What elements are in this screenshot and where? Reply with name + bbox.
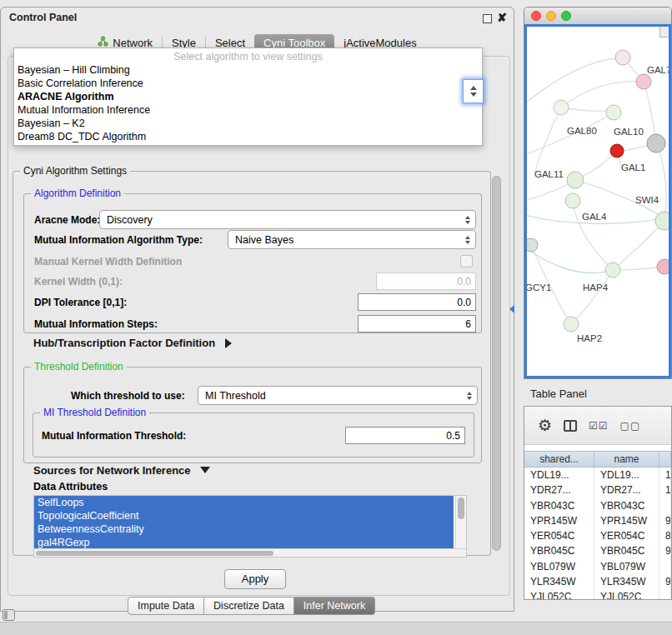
- view-scrollbar-corner[interactable]: [659, 27, 669, 38]
- network-node[interactable]: [636, 74, 651, 89]
- network-node[interactable]: [647, 134, 665, 152]
- table-cell: YBL079W: [524, 559, 594, 574]
- tab-impute-data[interactable]: Impute Data: [128, 597, 204, 615]
- sources-section-label: Sources for Network Inference: [33, 464, 191, 477]
- mi-steps-field[interactable]: 6: [358, 315, 476, 332]
- network-node-label: HAP4: [583, 282, 609, 292]
- table-row[interactable]: YBR043CYBR043C: [524, 498, 671, 513]
- list-horizontal-scrollbar[interactable]: [34, 548, 466, 557]
- network-node-label: GAL10: [614, 127, 644, 137]
- zoom-traffic-light[interactable]: [561, 11, 571, 21]
- kernel-width-field: 0.0: [376, 272, 476, 290]
- network-node-label: HAP2: [577, 333, 602, 343]
- table-row[interactable]: YPR145WYPR145W9.: [524, 513, 671, 528]
- network-node[interactable]: [610, 144, 624, 158]
- list-item[interactable]: gal4RGexp: [34, 536, 454, 549]
- expand-arrow-icon: [225, 338, 232, 348]
- network-node-label: GAL80: [567, 126, 597, 136]
- table-cell: YBR043C: [594, 498, 659, 513]
- column-header-clipped[interactable]: [659, 452, 671, 467]
- mi-steps-label: Mutual Information Steps:: [34, 318, 158, 330]
- table-row[interactable]: YJL052CYJL052C: [524, 589, 671, 600]
- network-node[interactable]: [554, 100, 569, 115]
- network-node[interactable]: [567, 172, 584, 188]
- list-vertical-scrollbar[interactable]: [455, 496, 466, 548]
- table-cell: YDL19...: [524, 468, 594, 482]
- network-node[interactable]: [527, 238, 538, 252]
- table-row[interactable]: YDR27...YDR27...12: [524, 482, 671, 498]
- dropdown-option[interactable]: Basic Correlation Inference: [14, 77, 482, 90]
- table-cell: YPR145W: [524, 513, 594, 528]
- table-cell: YDL19...: [594, 468, 659, 482]
- algorithm-dropdown-popup: Select algorithm to view settings Bayesi…: [13, 48, 483, 146]
- network-graph: GAL7GAL80GAL10GAL11GAL1SWI4GAL4GCY1HAP4H…: [527, 27, 670, 378]
- list-item[interactable]: SelfLoops: [34, 496, 454, 509]
- list-item[interactable]: BetweennessCentrality: [34, 522, 454, 536]
- table-panel-window: ⚙ ☑☑ ▢▢ shared... name YDL19...YDL19...1…: [524, 406, 672, 600]
- gear-icon[interactable]: ⚙: [538, 418, 552, 434]
- network-node[interactable]: [615, 50, 630, 65]
- column-header-name[interactable]: name: [594, 452, 659, 467]
- network-node[interactable]: [606, 105, 621, 120]
- checked-boxes-icon[interactable]: ☑☑: [589, 420, 609, 432]
- tab-discretize-data[interactable]: Discretize Data: [204, 597, 294, 615]
- table-row[interactable]: YER054CYER054C8.: [524, 528, 671, 543]
- tab-infer-network[interactable]: Infer Network: [294, 597, 375, 615]
- network-canvas[interactable]: GAL7GAL80GAL10GAL11GAL1SWI4GAL4GCY1HAP4H…: [524, 24, 671, 378]
- dropdown-option[interactable]: Bayesian – Hill Climbing: [14, 63, 482, 77]
- table-cell: 9.: [659, 574, 671, 589]
- sources-section-toggle[interactable]: Sources for Network Inference: [33, 464, 210, 477]
- network-node[interactable]: [655, 212, 670, 230]
- table-row[interactable]: YBR045CYBR045C9.: [524, 543, 671, 558]
- settings-group-title: Cyni Algorithm Settings: [20, 165, 130, 177]
- table-row[interactable]: YBL079WYBL079W: [524, 559, 671, 574]
- mi-algorithm-type-select[interactable]: Naive Bayes: [228, 230, 476, 249]
- split-pane-handle[interactable]: [509, 305, 514, 313]
- network-window-titlebar[interactable]: [524, 8, 671, 25]
- mi-threshold-label: Mutual Information Threshold:: [42, 430, 186, 442]
- column-header-shared[interactable]: shared...: [524, 452, 594, 467]
- dropdown-option[interactable]: Mutual Information Inference: [14, 103, 482, 117]
- network-node-label: GAL7: [647, 65, 670, 75]
- dropdown-option[interactable]: Bayesian – K2: [14, 117, 482, 130]
- dpi-tolerance-field[interactable]: 0.0: [358, 293, 476, 311]
- table-row[interactable]: YLR345WYLR345W9.: [524, 574, 671, 589]
- hub-section-toggle[interactable]: Hub/Transcription Factor Definition: [33, 337, 232, 349]
- which-threshold-select[interactable]: MI Threshold: [198, 386, 478, 405]
- network-node[interactable]: [657, 259, 670, 274]
- dropdown-option-selected[interactable]: ARACNE Algorithm: [14, 90, 482, 103]
- table-cell: YBR043C: [524, 498, 594, 513]
- table-header-row: shared... name: [524, 451, 671, 468]
- table-cell: YPR145W: [594, 513, 659, 528]
- table-cell: YDR27...: [594, 482, 659, 498]
- list-item[interactable]: TopologicalCoefficient: [34, 509, 454, 522]
- mi-threshold-field[interactable]: 0.5: [345, 427, 465, 444]
- collapse-arrow-icon: [200, 467, 210, 473]
- close-icon[interactable]: ✘: [497, 10, 507, 25]
- aracne-mode-select[interactable]: Discovery: [99, 210, 476, 229]
- panel-dock-icon[interactable]: [3, 609, 15, 621]
- dropdown-placeholder: Select algorithm to view settings: [14, 50, 482, 63]
- columns-icon[interactable]: [564, 420, 577, 432]
- table-cell: YER054C: [594, 528, 659, 543]
- table-cell: 12: [659, 482, 671, 498]
- close-traffic-light[interactable]: [531, 11, 541, 21]
- apply-button[interactable]: Apply: [224, 569, 286, 589]
- table-cell: YBR045C: [524, 543, 594, 558]
- float-window-icon[interactable]: [483, 14, 492, 23]
- network-node[interactable]: [605, 262, 620, 278]
- dpi-tolerance-label: DPI Tolerance [0,1]:: [34, 297, 127, 308]
- algorithm-combobox-stepper[interactable]: [463, 79, 484, 103]
- threshold-definition-group: Threshold Definition Which threshold to …: [23, 367, 482, 463]
- table-row[interactable]: YDL19...YDL19...13: [524, 468, 671, 482]
- network-node[interactable]: [564, 317, 579, 332]
- network-node[interactable]: [565, 193, 580, 208]
- control-panel-window: Control Panel ✘ Network Style Se: [0, 7, 514, 612]
- unchecked-boxes-icon[interactable]: ▢▢: [620, 420, 641, 432]
- panel-scrollbar[interactable]: [492, 176, 501, 551]
- table-cell: YBL079W: [594, 559, 659, 574]
- minimize-traffic-light[interactable]: [546, 11, 556, 21]
- table-cell: YJL052C: [594, 589, 659, 600]
- dropdown-option[interactable]: Dream8 DC_TDC Algorithm: [14, 130, 482, 143]
- cyni-algorithm-settings-group: Cyni Algorithm Settings Algorithm Defini…: [13, 171, 491, 556]
